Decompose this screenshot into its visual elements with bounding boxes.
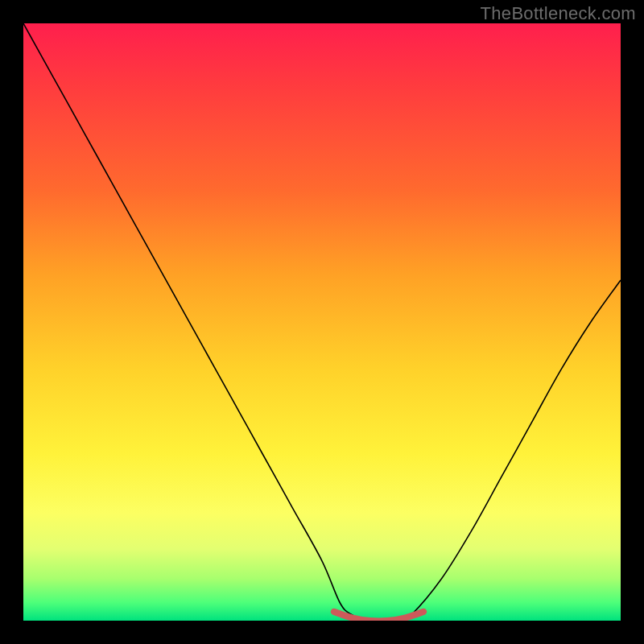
flat-bottom-highlight (334, 612, 423, 621)
watermark-text: TheBottleneck.com (481, 3, 636, 24)
curve-svg (23, 23, 621, 621)
plot-area (23, 23, 621, 621)
chart-frame: TheBottleneck.com (0, 0, 644, 644)
bottleneck-curve (23, 23, 621, 621)
